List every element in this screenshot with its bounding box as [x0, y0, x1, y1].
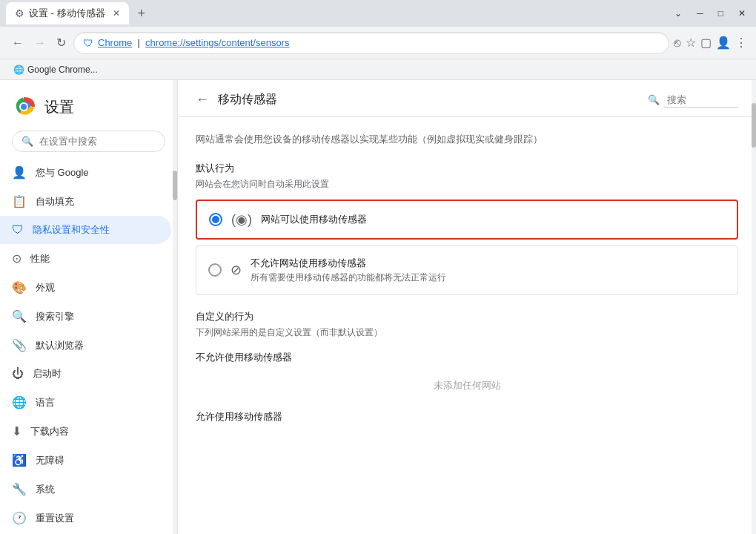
window-controls: ⌄ ─ □ ✕	[670, 7, 750, 20]
titlebar-left: ⚙ 设置 - 移动传感器 ✕ +	[6, 2, 151, 24]
panel-search-icon: 🔍	[648, 94, 660, 105]
bookmark-button[interactable]: ☆	[686, 36, 696, 50]
autofill-icon: 📋	[12, 194, 27, 208]
search-engine-icon: 🔍	[12, 309, 27, 323]
shield-icon: 🛡	[12, 223, 24, 237]
allow-radio-inner	[212, 216, 219, 223]
sidebar-item-autofill[interactable]: 📋 自动填充	[0, 187, 177, 216]
block-list-title: 不允许使用移动传感器	[196, 351, 738, 364]
sidebar-item-appearance[interactable]: 🎨 外观	[0, 273, 177, 302]
sidebar-item-label: 外观	[36, 281, 55, 294]
minimize-button[interactable]: ─	[692, 7, 708, 20]
new-tab-button[interactable]: +	[132, 3, 152, 24]
tab-close-icon[interactable]: ✕	[113, 8, 120, 19]
main-panel: ← 移动传感器 🔍 网站通常会使用您设备的移动传感器以实现某些功能（例如虚拟现实…	[178, 80, 756, 534]
sidebar-item-search[interactable]: 🔍 搜索引擎	[0, 302, 177, 331]
sidebar-item-system[interactable]: 🔧 系统	[0, 475, 177, 504]
language-icon: 🌐	[12, 395, 27, 409]
bookmark-label: Google Chrome...	[27, 65, 98, 75]
system-icon: 🔧	[12, 482, 27, 496]
back-button[interactable]: ←	[9, 33, 27, 53]
settings-gear-icon: ⚙	[15, 7, 24, 19]
main-panel-scrollbar[interactable]	[752, 80, 756, 534]
address-bar[interactable]: 🛡 Chrome | chrome://settings/content/sen…	[73, 32, 669, 54]
block-radio[interactable]	[208, 263, 222, 277]
block-option-card[interactable]: ⊘ 不允许网站使用移动传感器 所有需要使用移动传感器的功能都将无法正常运行	[196, 245, 738, 295]
sidebar-item-privacy[interactable]: 🛡 隐私设置和安全性	[0, 216, 171, 244]
performance-icon: ⊙	[12, 251, 21, 266]
chevron-icon[interactable]: ⌄	[670, 7, 686, 20]
sidebar-item-label: 隐私设置和安全性	[33, 223, 110, 237]
block-option-label: 不允许网站使用移动传感器	[251, 257, 446, 270]
panel-header: ← 移动传感器 🔍	[178, 80, 756, 117]
address-brand: Chrome	[98, 37, 132, 48]
block-option-sublabel: 所有需要使用移动传感器的功能都将无法正常运行	[251, 271, 446, 284]
appearance-icon: 🎨	[12, 280, 27, 294]
panel-header-left: ← 移动传感器	[196, 92, 277, 108]
sidebar-search-input[interactable]	[39, 136, 156, 147]
custom-behavior-section: 自定义的行为 下列网站采用的是自定义设置（而非默认设置） 不允许使用移动传感器 …	[196, 310, 738, 423]
sidebar-item-label: 默认浏览器	[36, 339, 84, 352]
sensor-block-icon: ⊘	[231, 262, 242, 278]
sidebar-search-box[interactable]: 🔍	[12, 131, 165, 152]
sidebar-item-browser[interactable]: 📎 默认浏览器	[0, 331, 177, 360]
google-icon: 👤	[12, 165, 27, 179]
sidebar-item-label: 启动时	[33, 367, 62, 380]
sidebar-item-label: 性能	[30, 252, 50, 266]
active-tab[interactable]: ⚙ 设置 - 移动传感器 ✕	[6, 2, 129, 24]
block-list-empty: 未添加任何网站	[196, 370, 738, 401]
sidebar-scroll-thumb	[173, 171, 177, 200]
allow-radio[interactable]	[209, 213, 222, 226]
chrome-logo-icon	[12, 95, 36, 119]
reset-icon: 🕐	[12, 511, 27, 525]
settings-title: 设置	[44, 97, 74, 117]
refresh-button[interactable]: ↻	[53, 33, 69, 53]
app-content: 设置 🔍 👤 您与 Google 📋 自动填充 🛡 隐私设置和安全性 ⊙ 性能	[0, 80, 756, 534]
accessibility-icon: ♿	[12, 453, 27, 467]
sidebar-header: 设置	[0, 86, 177, 125]
account-button[interactable]: 👤	[716, 36, 731, 50]
maximize-button[interactable]: □	[714, 7, 728, 20]
sidebar-item-label: 系统	[36, 483, 55, 496]
search-icon: 🔍	[21, 136, 33, 147]
download-icon: ⬇	[12, 424, 21, 438]
forward-button[interactable]: →	[31, 33, 49, 53]
panel-title: 移动传感器	[218, 92, 277, 108]
sidebar-item-label: 语言	[36, 396, 55, 409]
sidebar-item-startup[interactable]: ⏻ 启动时	[0, 360, 177, 388]
bookmarks-bar: 🌐 Google Chrome...	[0, 59, 756, 80]
panel-search-input[interactable]	[664, 93, 738, 108]
sidebar-item-performance[interactable]: ⊙ 性能	[0, 244, 177, 273]
block-option-text-container: 不允许网站使用移动传感器 所有需要使用移动传感器的功能都将无法正常运行	[251, 257, 446, 284]
allow-option-label: 网站可以使用移动传感器	[261, 213, 367, 226]
svg-point-3	[21, 104, 27, 110]
sidebar: 设置 🔍 👤 您与 Google 📋 自动填充 🛡 隐私设置和安全性 ⊙ 性能	[0, 80, 178, 534]
tab-search-button[interactable]: ▢	[700, 36, 712, 50]
bookmark-chrome[interactable]: 🌐 Google Chrome...	[9, 63, 102, 76]
titlebar: ⚙ 设置 - 移动传感器 ✕ + ⌄ ─ □ ✕	[0, 0, 756, 27]
sidebar-item-accessibility[interactable]: ♿ 无障碍	[0, 446, 177, 475]
share-button[interactable]: ⎋	[674, 36, 681, 50]
address-shield-icon: 🛡	[83, 37, 93, 49]
panel-body: 网站通常会使用您设备的移动传感器以实现某些功能（例如虚拟现实或健身跟踪） 默认行…	[178, 117, 756, 444]
sidebar-item-label: 重置设置	[36, 512, 74, 525]
sidebar-item-label: 无障碍	[36, 454, 64, 467]
default-behavior-label: 默认行为	[196, 162, 738, 175]
sidebar-item-google[interactable]: 👤 您与 Google	[0, 158, 177, 187]
sidebar-scrollbar[interactable]	[173, 80, 177, 534]
sidebar-item-downloads[interactable]: ⬇ 下载内容	[0, 417, 177, 446]
main-scroll-thumb	[752, 103, 756, 148]
sidebar-item-label: 下载内容	[30, 425, 69, 438]
address-text: Chrome | chrome://settings/content/senso…	[98, 37, 660, 48]
default-behavior-sublabel: 网站会在您访问时自动采用此设置	[196, 178, 738, 191]
sidebar-item-reset[interactable]: 🕐 重置设置	[0, 504, 177, 533]
tab-title: 设置 - 移动传感器	[29, 7, 105, 20]
panel-back-button[interactable]: ←	[196, 92, 209, 108]
close-button[interactable]: ✕	[734, 7, 750, 20]
addressbar-row: ← → ↻ 🛡 Chrome | chrome://settings/conte…	[0, 27, 756, 59]
allow-option-card[interactable]: (◉) 网站可以使用移动传感器	[196, 200, 738, 240]
sidebar-item-label: 您与 Google	[36, 166, 89, 179]
sidebar-item-language[interactable]: 🌐 语言	[0, 388, 177, 417]
panel-description: 网站通常会使用您设备的移动传感器以实现某些功能（例如虚拟现实或健身跟踪）	[196, 132, 738, 147]
menu-button[interactable]: ⋮	[735, 36, 747, 50]
